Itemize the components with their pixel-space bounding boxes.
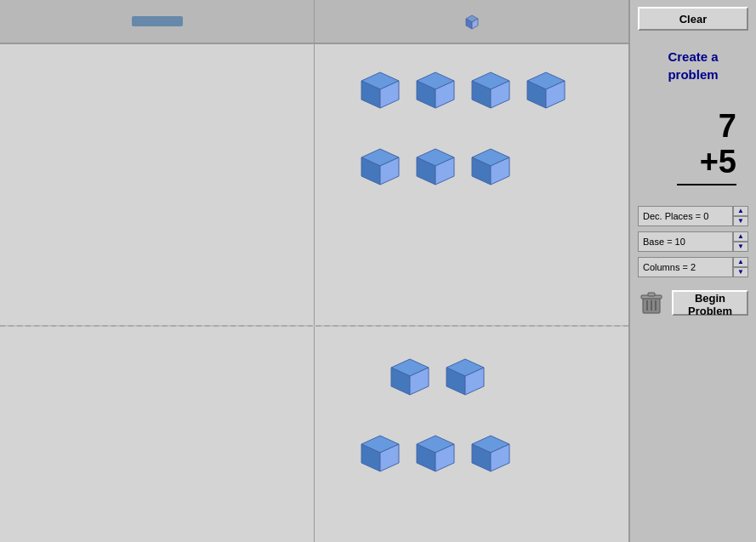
top-right-panel (315, 44, 628, 325)
columns-down[interactable]: ▼ (733, 267, 748, 277)
small-cube-icon (463, 12, 481, 31)
dec-places-spinner: Dec. Places = 0 ▲ ▼ (638, 206, 748, 226)
header-right-cell (315, 0, 628, 43)
dec-places-up[interactable]: ▲ (733, 206, 748, 216)
math-addend: +5 (700, 145, 736, 180)
dec-places-buttons: ▲ ▼ (733, 206, 748, 226)
begin-problem-button[interactable]: Begin Problem (672, 290, 748, 316)
base-down[interactable]: ▼ (733, 242, 748, 252)
columns-spinner: Columns = 2 ▲ ▼ (638, 257, 748, 277)
math-line (677, 184, 736, 185)
trash-icon[interactable] (638, 289, 665, 317)
base-label: Base = 10 (638, 231, 733, 252)
top-left-panel (0, 44, 315, 325)
header-row (0, 0, 628, 44)
clear-button[interactable]: Clear (638, 7, 748, 31)
bottom-section (0, 327, 628, 542)
base-spinner: Base = 10 ▲ ▼ (638, 231, 748, 252)
top-section (0, 44, 628, 325)
columns-buttons: ▲ ▼ (733, 257, 748, 277)
svg-rect-41 (648, 293, 655, 296)
sidebar: Clear Create aproblem 7 +5 Dec. Places =… (628, 0, 756, 542)
columns-up[interactable]: ▲ (733, 257, 748, 267)
top-right-cubes (315, 44, 628, 325)
bar-icon (132, 16, 183, 26)
canvas-area (0, 0, 628, 542)
create-problem-label: Create aproblem (668, 48, 718, 83)
action-row: Begin Problem (638, 289, 748, 317)
math-number1: 7 (719, 109, 736, 145)
base-up[interactable]: ▲ (733, 231, 748, 242)
bottom-left-panel (0, 327, 315, 542)
bottom-right-cubes (315, 327, 628, 542)
math-display: 7 +5 (637, 109, 749, 189)
columns-label: Columns = 2 (638, 257, 733, 277)
dec-places-down[interactable]: ▼ (733, 216, 748, 226)
dec-places-label: Dec. Places = 0 (638, 206, 733, 226)
header-left-cell (0, 0, 315, 43)
main-container: Clear Create aproblem 7 +5 Dec. Places =… (0, 0, 756, 542)
base-buttons: ▲ ▼ (733, 231, 748, 252)
bottom-right-panel (315, 327, 628, 542)
